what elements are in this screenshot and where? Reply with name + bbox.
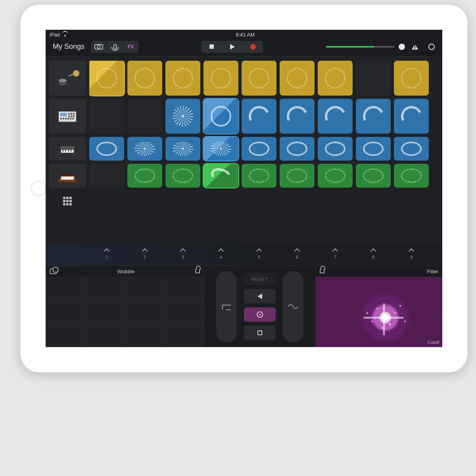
fx-center-controls: RESET: [204, 266, 315, 347]
scratch-button[interactable]: [244, 307, 276, 322]
mic-view-button[interactable]: [107, 41, 123, 53]
track-header-sampler[interactable]: [49, 99, 86, 134]
fx-left-pad[interactable]: [46, 277, 204, 347]
loop-cell[interactable]: [394, 61, 429, 96]
loop-waveform-icon: [249, 142, 270, 156]
stop-icon: [209, 44, 214, 49]
trigger-label: 5: [258, 255, 260, 259]
loop-cell[interactable]: [318, 61, 353, 96]
loop-cell[interactable]: [127, 99, 162, 134]
live-loops-matrix: [46, 57, 442, 243]
loop-waveform-icon: [363, 169, 384, 183]
loop-cell[interactable]: [127, 137, 162, 161]
loop-cell[interactable]: [127, 61, 162, 96]
loop-cell[interactable]: [318, 164, 353, 188]
home-button[interactable]: [31, 181, 46, 196]
loop-cell[interactable]: [89, 99, 124, 134]
loop-cell[interactable]: [242, 164, 276, 188]
volume-slider[interactable]: [326, 44, 405, 50]
column-trigger[interactable]: 6: [280, 243, 315, 265]
back-button[interactable]: My Songs: [50, 42, 88, 51]
reset-button[interactable]: RESET: [244, 273, 276, 285]
loop-waveform-icon: [325, 142, 346, 156]
stop-button[interactable]: [201, 41, 222, 53]
lock-icon[interactable]: [195, 269, 200, 273]
svg-rect-23: [68, 150, 69, 152]
trigger-label: 2: [144, 255, 146, 259]
trigger-label: 1: [106, 255, 108, 259]
svg-rect-19: [60, 146, 75, 149]
column-trigger[interactable]: 1: [89, 243, 124, 265]
loop-cell[interactable]: [203, 99, 238, 134]
loop-cell[interactable]: [356, 164, 391, 188]
loop-cell[interactable]: [165, 137, 200, 161]
column-trigger[interactable]: 7: [318, 243, 353, 265]
loop-cell[interactable]: [203, 164, 238, 188]
reverse-button[interactable]: [244, 289, 276, 303]
loop-cell[interactable]: [280, 61, 315, 96]
loop-cell[interactable]: [356, 61, 391, 96]
loop-cell[interactable]: [394, 99, 429, 134]
record-button[interactable]: [242, 41, 263, 53]
column-trigger[interactable]: 9: [394, 243, 429, 265]
track-header-drums[interactable]: [49, 61, 86, 96]
remix-fx-button[interactable]: [49, 191, 86, 211]
svg-rect-7: [71, 113, 72, 115]
loop-cell[interactable]: [356, 99, 391, 134]
loop-cell[interactable]: [242, 137, 276, 161]
stop-icon: [257, 330, 262, 335]
column-trigger[interactable]: 2: [127, 243, 162, 265]
loop-cell[interactable]: [394, 164, 429, 188]
column-trigger[interactable]: 8: [356, 243, 391, 265]
loop-cell[interactable]: [280, 164, 315, 188]
loop-cell[interactable]: [280, 99, 315, 134]
loop-waveform-icon: [249, 106, 270, 127]
view-mode-switch: FX: [91, 41, 138, 53]
loop-cell[interactable]: [203, 137, 238, 161]
loop-waveform-icon: [363, 106, 384, 127]
loop-cell[interactable]: [318, 99, 353, 134]
repeater-pad[interactable]: [283, 271, 303, 342]
trigger-label: 7: [334, 255, 336, 259]
loop-cell[interactable]: [89, 61, 124, 96]
loop-cell[interactable]: [242, 61, 276, 96]
info-button[interactable]: [425, 41, 438, 53]
loop-cell[interactable]: [394, 137, 429, 161]
column-trigger[interactable]: 3: [165, 243, 200, 265]
loop-cell[interactable]: [127, 164, 162, 188]
column-trigger[interactable]: 4: [203, 243, 238, 265]
volume-knob[interactable]: [399, 44, 405, 50]
track-header-keys[interactable]: [49, 137, 86, 161]
loop-cell[interactable]: [203, 61, 238, 96]
loop-waveform-icon: [173, 169, 194, 183]
mic-icon: [113, 44, 117, 50]
play-button[interactable]: [222, 41, 242, 53]
loop-cell[interactable]: [165, 164, 200, 188]
trigger-label: 4: [220, 255, 222, 259]
svg-rect-17: [72, 118, 74, 119]
loop-cell[interactable]: [89, 137, 124, 161]
stop-fx-button[interactable]: [244, 326, 276, 340]
loop-cell[interactable]: [280, 137, 315, 161]
loop-waveform-icon: [249, 169, 270, 183]
metronome-button[interactable]: [408, 41, 422, 53]
svg-rect-24: [71, 150, 71, 152]
column-trigger[interactable]: 5: [242, 243, 276, 265]
loop-cell[interactable]: [356, 137, 391, 161]
loop-waveform-icon: [96, 68, 117, 89]
loop-cell[interactable]: [165, 99, 200, 134]
browser-view-button[interactable]: [91, 41, 107, 53]
loop-cell[interactable]: [242, 99, 276, 134]
fx-right-pad[interactable]: Cutoff: [316, 277, 442, 347]
loop-cell[interactable]: [165, 61, 200, 96]
gater-pad[interactable]: [216, 271, 237, 342]
volume-track: [326, 46, 395, 48]
record-icon: [250, 44, 256, 50]
loop-cell[interactable]: [89, 164, 124, 188]
loop-waveform-icon: [134, 68, 155, 89]
swap-fx-icon[interactable]: [50, 269, 57, 274]
loop-cell[interactable]: [318, 137, 353, 161]
track-header-synth[interactable]: [49, 164, 86, 188]
fx-view-button[interactable]: FX: [123, 41, 138, 53]
lock-icon[interactable]: [320, 269, 324, 273]
